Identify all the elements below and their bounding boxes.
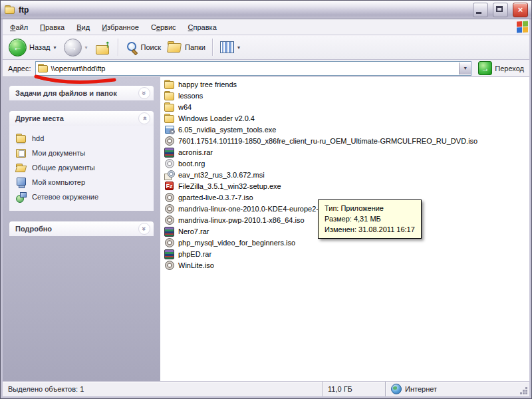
status-size: 11,0 ГБ [322, 382, 385, 396]
disc-icon [164, 260, 175, 271]
window-folder-icon [5, 5, 15, 15]
sidebar-item[interactable]: Общие документы [16, 160, 151, 175]
globe-icon [391, 384, 402, 394]
maximize-button[interactable] [493, 3, 508, 17]
search-icon [126, 41, 138, 54]
menu-items: ФайлПравкаВидИзбранноеСервисСправка [4, 21, 223, 33]
close-button[interactable]: × [513, 3, 528, 17]
sidebar-item[interactable]: Мой компьютер [16, 175, 151, 190]
menu-bar: ФайлПравкаВидИзбранноеСервисСправка [3, 19, 529, 35]
file-tooltip: Тип: Приложение Размер: 4,31 МБ Изменен:… [318, 200, 422, 239]
status-zone: Интернет [385, 382, 529, 396]
file-name: WinLite.iso [178, 261, 214, 269]
sidebar-panel-title: Другие места [15, 114, 64, 122]
title-bar[interactable]: ftp × [1, 1, 531, 19]
tooltip-type: Тип: Приложение [325, 203, 415, 213]
forward-dropdown-icon[interactable]: ▾ [84, 45, 88, 51]
list-item[interactable]: phpED.rar [163, 248, 529, 259]
status-bar: Выделено объектов: 1 11,0 ГБ Интернет [3, 381, 529, 396]
list-item[interactable]: acronis.rar [163, 146, 529, 158]
rar-icon [164, 249, 175, 259]
sidebar-panel: Подробно» [9, 221, 154, 236]
minimize-button[interactable] [473, 3, 488, 17]
tooltip-size: Размер: 4,31 МБ [325, 213, 415, 224]
sidebar-item[interactable]: hdd [16, 131, 151, 146]
sidebar-panel-header[interactable]: Задачи для файлов и папок» [9, 86, 154, 100]
file-name: 6.05_nvidia_system_tools.exe [178, 126, 276, 134]
address-input[interactable]: \\openwrt\hdd\ftp [51, 65, 457, 72]
address-combo[interactable]: \\openwrt\hdd\ftp ▾ [35, 61, 472, 76]
file-name: Windows Loader v2.0.4 [178, 114, 255, 122]
file-name: happy tree friends [178, 80, 237, 88]
chevron-down-icon[interactable]: » [138, 223, 150, 235]
sidebar-panel-title: Подробно [15, 225, 52, 233]
file-name: Nero7.rar [178, 227, 209, 235]
back-icon: ← [9, 39, 27, 57]
sidebar-panel-title: Задачи для файлов и папок [15, 89, 117, 97]
up-button[interactable] [93, 39, 113, 56]
folders-label: Папки [185, 43, 205, 51]
file-name: w64 [178, 103, 192, 111]
window-title: ftp [19, 5, 468, 15]
file-name: gparted-live-0.3.7-7.iso [178, 194, 253, 201]
sidebar-item-label: Общие документы [32, 164, 95, 172]
app-icon [164, 124, 175, 135]
explorer-window: ftp × ФайлПравкаВидИзбранноеСервисСправк… [0, 0, 532, 399]
status-selection: Выделено объектов: 1 [3, 382, 322, 396]
filezilla-icon [164, 181, 175, 192]
search-button[interactable]: Поиск [124, 40, 163, 55]
go-button[interactable]: → Переход [475, 61, 527, 75]
folder-docs-icon [16, 148, 27, 158]
file-name: lessons [178, 92, 203, 100]
sidebar-item-label: Мой компьютер [32, 178, 85, 186]
task-pane: Задачи для файлов и папок»Другие места»h… [3, 77, 160, 381]
computer-icon [16, 177, 27, 188]
chevron-down-icon[interactable]: » [138, 87, 150, 99]
list-item[interactable]: Windows Loader v2.0.4 [163, 112, 529, 124]
back-button[interactable]: ← Назад ▾ [7, 37, 59, 58]
rar-icon [164, 147, 175, 158]
list-item[interactable]: WinLite.iso [163, 259, 529, 271]
list-item[interactable]: w64 [163, 101, 529, 112]
sidebar-item[interactable]: Сетевое окружение [16, 190, 151, 204]
list-item[interactable]: boot.nrg [163, 158, 529, 169]
rar-icon [164, 226, 175, 237]
sidebar-panel-header[interactable]: Подробно» [9, 221, 154, 236]
folder-icon [164, 90, 175, 101]
menu-item[interactable]: Правка [34, 21, 70, 33]
menu-item[interactable]: Избранное [96, 21, 145, 33]
sidebar-panel-body: hddМои документыОбщие документыМой компь… [9, 126, 154, 211]
sidebar-item[interactable]: Мои документы [16, 146, 151, 160]
address-label: Адрес: [8, 65, 31, 72]
address-dropdown-button[interactable]: ▾ [459, 63, 471, 74]
sidebar-panel: Задачи для файлов и папок» [9, 86, 154, 100]
folder-icon [164, 79, 175, 90]
sidebar-panel-header[interactable]: Другие места» [9, 111, 154, 126]
list-item[interactable]: eav_nt32_rus_3.0.672.msi [163, 169, 529, 180]
list-item[interactable]: FileZilla_3.5.1_win32-setup.exe [163, 180, 529, 192]
toolbar-separator [212, 39, 213, 56]
menu-item[interactable]: Файл [4, 21, 34, 33]
disc-icon [164, 237, 175, 248]
menu-item[interactable]: Справка [182, 21, 223, 33]
menu-item[interactable]: Сервис [145, 21, 182, 33]
forward-button[interactable]: → ▾ [62, 37, 90, 58]
file-name: php_mysql_video_for_beginners.iso [178, 239, 295, 247]
list-item[interactable]: happy tree friends [163, 78, 529, 90]
views-button[interactable]: ▾ [218, 40, 243, 55]
views-dropdown-icon[interactable]: ▾ [237, 45, 241, 51]
file-name: phpED.rar [178, 250, 211, 258]
resize-grip[interactable] [525, 392, 527, 394]
status-zone-label: Интернет [405, 385, 437, 393]
menu-item[interactable]: Вид [70, 21, 96, 33]
chevron-up-icon[interactable]: » [138, 112, 150, 124]
list-item[interactable]: 7601.17514.101119-1850_x86fre_client_ru-… [163, 135, 529, 146]
back-dropdown-icon[interactable]: ▾ [53, 45, 57, 51]
folders-button[interactable]: Папки [166, 40, 207, 55]
network-icon [16, 192, 27, 202]
back-label: Назад [29, 43, 51, 51]
list-item[interactable]: 6.05_nvidia_system_tools.exe [163, 124, 529, 135]
views-icon [220, 41, 234, 53]
file-name: boot.nrg [178, 160, 205, 168]
list-item[interactable]: lessons [163, 90, 529, 101]
